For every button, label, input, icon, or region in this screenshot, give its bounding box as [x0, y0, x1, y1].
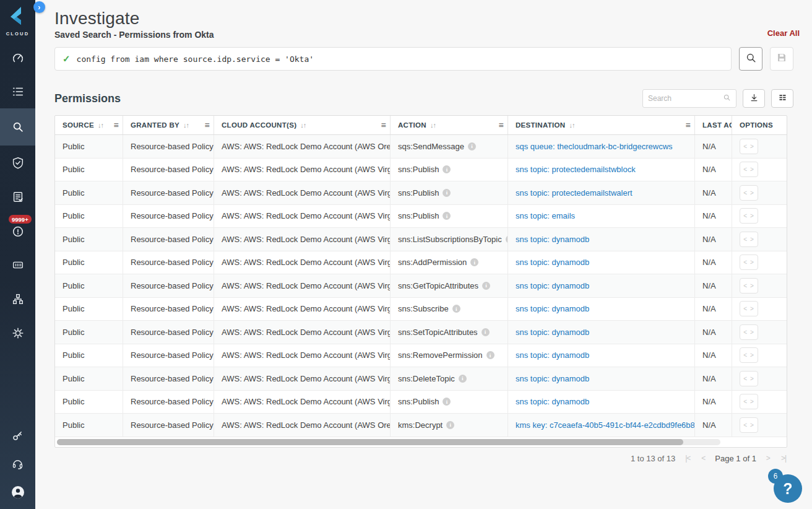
view-json-button[interactable]: < > — [740, 324, 758, 340]
view-json-button[interactable]: < > — [740, 301, 758, 316]
cell-last-accessed: N/A — [695, 135, 732, 158]
column-label: GRANTED BY — [131, 121, 179, 129]
column-label: ACTION — [398, 121, 426, 129]
column-menu-icon[interactable]: ≡ — [499, 120, 504, 130]
column-header-granted-by[interactable]: GRANTED BY ↓↑ ≡ — [123, 116, 214, 134]
view-json-button[interactable]: < > — [740, 139, 758, 154]
view-json-button[interactable]: < > — [740, 254, 758, 270]
next-page-icon[interactable]: > — [765, 454, 771, 463]
cell-destination-link[interactable]: sns topic: dynamodb — [508, 391, 695, 414]
cell-granted-by: Resource-based Policy — [123, 344, 214, 367]
cell-destination-link[interactable]: sns topic: dynamodb — [508, 298, 695, 321]
sidebar-item-policies[interactable] — [0, 74, 35, 108]
info-icon[interactable]: i — [443, 165, 451, 173]
brand-label: CLOUD — [6, 31, 30, 37]
info-icon[interactable]: i — [482, 328, 490, 336]
view-json-button[interactable]: < > — [740, 162, 758, 177]
cell-options: < > — [732, 298, 787, 321]
info-icon[interactable]: i — [470, 258, 478, 266]
column-header-destination[interactable]: DESTINATION ↓↑ ≡ — [508, 116, 695, 134]
page-title: Investigate — [54, 9, 793, 28]
column-menu-icon[interactable]: ≡ — [686, 120, 691, 130]
info-icon[interactable]: i — [459, 375, 467, 383]
cell-destination-link[interactable]: sns topic: protectedemailstwblock — [508, 159, 695, 181]
save-search-button[interactable] — [770, 47, 793, 71]
view-json-button[interactable]: < > — [740, 347, 758, 363]
column-header-last-accessed[interactable]: LAST ACC — [695, 116, 732, 134]
cell-destination-link[interactable]: sns topic: dynamodb — [508, 228, 695, 251]
cell-destination-link[interactable]: sns topic: dynamodb — [508, 344, 695, 367]
info-icon[interactable]: i — [443, 189, 451, 197]
cell-last-accessed: N/A — [695, 274, 732, 297]
sidebar-item-network[interactable] — [0, 282, 35, 316]
sort-icon[interactable]: ↓↑ — [569, 121, 574, 129]
sidebar-item-profile[interactable] — [0, 478, 35, 507]
info-icon[interactable]: i — [443, 212, 451, 220]
prisma-logo-icon — [8, 6, 27, 28]
help-button[interactable]: 6 ? — [774, 474, 802, 503]
sidebar-item-alerts[interactable]: 9999+ — [0, 214, 35, 248]
view-json-button[interactable]: < > — [740, 394, 758, 409]
sidebar-item-reports[interactable] — [0, 180, 35, 214]
sort-icon[interactable]: ↓↑ — [183, 121, 189, 129]
table-search-input[interactable] — [648, 94, 723, 103]
view-json-button[interactable]: < > — [740, 185, 758, 201]
info-icon[interactable]: i — [443, 398, 451, 406]
info-icon[interactable]: i — [482, 282, 490, 290]
previous-page-icon[interactable]: < — [700, 454, 706, 463]
cell-destination-link[interactable]: sns topic: dynamodb — [508, 321, 695, 344]
cell-source: Public — [55, 228, 123, 251]
column-menu-icon[interactable]: ≡ — [381, 120, 386, 130]
sidebar-item-support[interactable] — [0, 450, 35, 478]
first-page-icon[interactable]: |< — [684, 454, 691, 463]
sort-icon[interactable]: ↓↑ — [430, 121, 436, 129]
sidebar-item-settings[interactable] — [0, 316, 35, 350]
rql-query-input[interactable]: ✓ config from iam where source.idp.servi… — [54, 47, 732, 71]
sort-icon[interactable]: ↓↑ — [98, 121, 103, 129]
sidebar-item-compliance[interactable] — [0, 146, 35, 180]
view-json-button[interactable]: < > — [740, 208, 758, 224]
download-csv-button[interactable] — [743, 89, 765, 108]
info-icon[interactable]: i — [486, 351, 495, 359]
column-header-action[interactable]: ACTION ↓↑ ≡ — [391, 116, 508, 134]
query-row: ✓ config from iam where source.idp.servi… — [54, 47, 793, 71]
view-json-button[interactable]: < > — [740, 417, 758, 433]
cell-destination-link[interactable]: sns topic: dynamodb — [508, 251, 695, 274]
view-json-button[interactable]: < > — [740, 371, 758, 386]
sidebar-item-access-keys[interactable] — [0, 421, 35, 450]
view-json-button[interactable]: < > — [740, 278, 758, 294]
cell-destination-link[interactable]: sns topic: protectedemailstwalert — [508, 181, 695, 204]
sidebar-expand-toggle[interactable]: › — [33, 1, 45, 13]
table-search-box[interactable] — [642, 89, 736, 108]
sidebar-item-compute[interactable] — [0, 248, 35, 282]
last-page-icon[interactable]: >| — [780, 454, 787, 463]
view-json-button[interactable]: < > — [740, 232, 758, 247]
column-menu-icon[interactable]: ≡ — [114, 120, 119, 130]
cell-action: sns:DeleteTopic i — [391, 367, 508, 390]
container-icon — [11, 258, 25, 272]
cell-source: Public — [55, 205, 123, 228]
cell-destination-link[interactable]: sns topic: emails — [508, 205, 695, 228]
cell-destination-link[interactable]: sns topic: dynamodb — [508, 274, 695, 297]
column-header-cloud-accounts[interactable]: CLOUD ACCOUNT(S) ↓↑ ≡ — [214, 116, 391, 134]
cell-destination-link[interactable]: sqs queue: thecloudmark-bc-bridgecrewcws — [508, 135, 695, 158]
sidebar-item-search[interactable] — [0, 108, 35, 146]
scrollbar-track[interactable] — [57, 439, 720, 445]
info-icon[interactable]: i — [446, 421, 454, 429]
column-menu-icon[interactable]: ≡ — [205, 120, 210, 130]
key-icon — [11, 429, 24, 442]
column-header-source[interactable]: SOURCE ↓↑ ≡ — [55, 116, 123, 134]
scrollbar-thumb[interactable] — [57, 439, 683, 445]
table-row: Public Resource-based Policy AWS: AWS: R… — [55, 159, 787, 182]
shield-check-icon — [11, 156, 25, 170]
info-icon[interactable]: i — [452, 305, 460, 313]
sort-icon[interactable]: ↓↑ — [300, 121, 306, 129]
cell-destination-link[interactable]: kms key: c7ceaefa-40b5-491c-bf44-e2cdbd9… — [508, 414, 695, 437]
run-search-button[interactable] — [739, 47, 762, 71]
column-settings-button[interactable] — [771, 89, 793, 108]
sidebar-item-dashboard[interactable] — [0, 40, 35, 74]
info-icon[interactable]: i — [468, 142, 476, 150]
clear-all-link[interactable]: Clear All — [767, 28, 800, 38]
cell-action: sns:AddPermission i — [391, 251, 508, 274]
cell-destination-link[interactable]: sns topic: dynamodb — [508, 367, 695, 390]
